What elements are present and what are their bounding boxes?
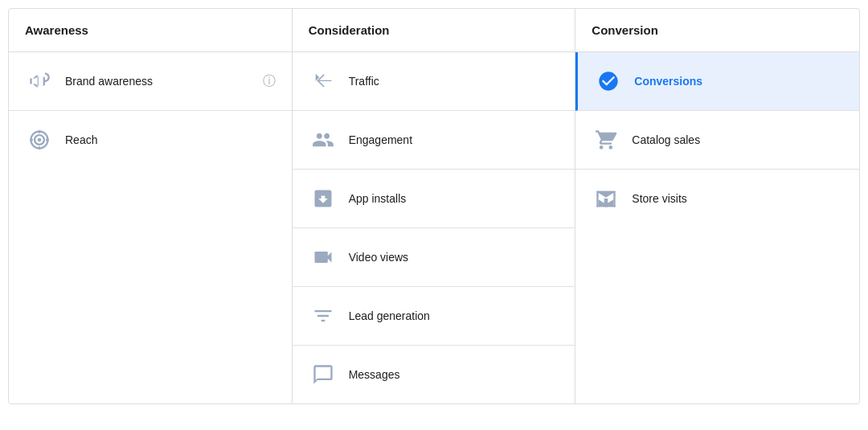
reach-icon [25,125,54,154]
video-views-label: Video views [349,251,408,264]
catalog-sales-option[interactable]: Catalog sales [575,111,859,170]
conversions-option[interactable]: Conversions [575,52,859,111]
campaign-objective-grid: Awareness Brand awareness ⓘ [8,8,860,404]
app-installs-icon [309,184,338,213]
consideration-column: Consideration Traffic Engagement [293,9,576,403]
traffic-option[interactable]: Traffic [293,52,575,111]
conversions-label: Conversions [634,75,702,88]
reach-label: Reach [65,133,97,146]
traffic-label: Traffic [349,75,379,88]
reach-option[interactable]: Reach [9,111,292,169]
awareness-column: Awareness Brand awareness ⓘ [9,9,293,403]
conversion-header: Conversion [575,9,859,52]
catalog-sales-label: Catalog sales [632,133,700,146]
engagement-label: Engagement [349,133,412,146]
lead-generation-label: Lead generation [349,309,430,322]
svg-rect-8 [614,191,616,207]
megaphone-icon [25,67,54,96]
engagement-icon [309,125,338,154]
svg-rect-5 [597,191,616,193]
lead-generation-icon [309,301,338,330]
messages-label: Messages [349,368,400,381]
lead-generation-option[interactable]: Lead generation [293,287,575,346]
svg-rect-9 [604,199,608,207]
messages-option[interactable]: Messages [293,346,575,403]
store-visits-option[interactable]: Store visits [575,170,859,227]
conversion-column: Conversion Conversions Catalog sales [575,9,859,403]
awareness-header: Awareness [9,9,292,52]
consideration-header: Consideration [293,9,575,52]
app-installs-label: App installs [349,192,407,205]
info-icon[interactable]: ⓘ [263,73,276,90]
store-visits-label: Store visits [632,192,686,205]
traffic-icon [309,67,338,96]
svg-rect-7 [597,191,599,207]
store-visits-icon [592,184,620,213]
video-views-icon [309,243,338,272]
messages-icon [309,360,338,389]
catalog-sales-icon [592,125,620,154]
brand-awareness-option[interactable]: Brand awareness ⓘ [9,52,292,111]
app-installs-option[interactable]: App installs [293,170,575,228]
check-circle-icon [594,67,623,96]
video-views-option[interactable]: Video views [293,228,575,287]
brand-awareness-label: Brand awareness [65,75,153,88]
svg-point-0 [38,138,42,142]
engagement-option[interactable]: Engagement [293,111,575,170]
